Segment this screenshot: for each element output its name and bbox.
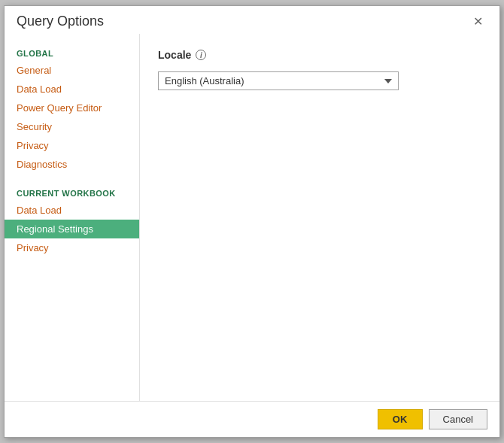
sidebar-item-power-query-editor[interactable]: Power Query Editor [5, 99, 139, 117]
sidebar-divider [5, 174, 139, 181]
ok-button[interactable]: OK [378, 409, 423, 429]
cancel-button[interactable]: Cancel [429, 409, 487, 429]
sidebar-item-diagnostics[interactable]: Diagnostics [5, 155, 139, 174]
sidebar-item-wb-data-load[interactable]: Data Load [5, 201, 139, 220]
locale-select[interactable]: English (Australia) English (United Stat… [158, 71, 399, 90]
dialog-body: GLOBAL General Data Load Power Query Edi… [5, 34, 499, 401]
sidebar: GLOBAL General Data Load Power Query Edi… [5, 34, 140, 401]
sidebar-item-general[interactable]: General [5, 61, 139, 80]
sidebar-item-regional-settings[interactable]: Regional Settings [5, 220, 139, 238]
sidebar-item-data-load[interactable]: Data Load [5, 80, 139, 99]
close-button[interactable]: ✕ [469, 14, 487, 29]
global-section-label: GLOBAL [5, 41, 139, 61]
query-options-dialog: Query Options ✕ GLOBAL General Data Load… [4, 5, 500, 438]
dialog-footer: OK Cancel [5, 401, 499, 437]
section-title-text: Locale [158, 49, 191, 61]
sidebar-item-wb-privacy[interactable]: Privacy [5, 238, 139, 257]
section-title: Locale i [158, 49, 481, 61]
info-icon: i [196, 50, 206, 60]
sidebar-item-privacy[interactable]: Privacy [5, 136, 139, 155]
title-bar: Query Options ✕ [5, 6, 499, 34]
current-workbook-section-label: CURRENT WORKBOOK [5, 181, 139, 201]
dialog-title: Query Options [17, 14, 104, 29]
sidebar-item-security[interactable]: Security [5, 117, 139, 136]
content-area: Locale i English (Australia) English (Un… [140, 34, 499, 401]
